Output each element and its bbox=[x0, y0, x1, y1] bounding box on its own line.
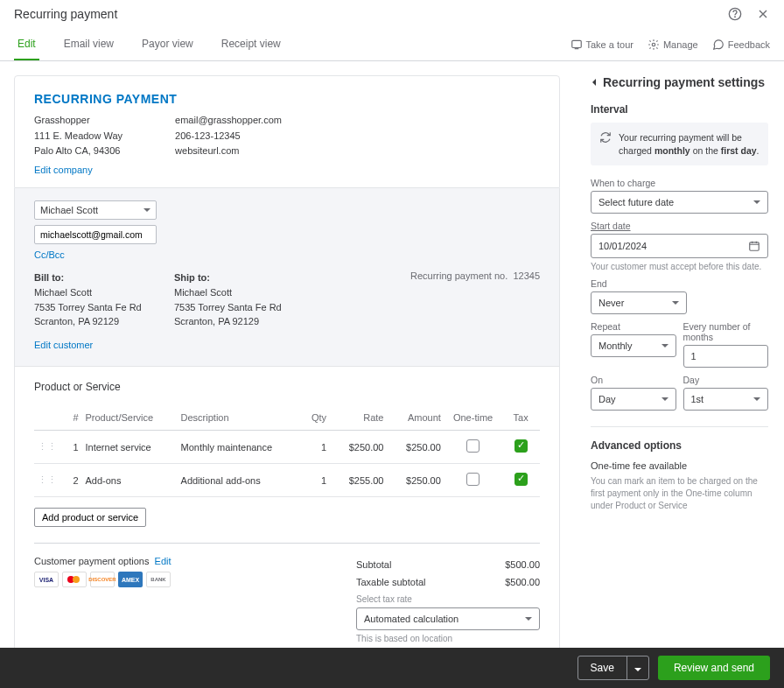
help-icon[interactable] bbox=[728, 7, 742, 21]
months-value: 1 bbox=[691, 351, 696, 362]
svg-rect-4 bbox=[750, 242, 760, 250]
months-input[interactable]: 1 bbox=[683, 345, 769, 368]
onetime-checkbox[interactable] bbox=[466, 439, 480, 453]
startdate-note: Your customer must accept before this da… bbox=[591, 262, 768, 271]
pay-options-edit[interactable]: Edit bbox=[155, 556, 172, 566]
fee-title: One-time fee available bbox=[591, 460, 768, 471]
settings-title: Recurring payment settings bbox=[603, 75, 765, 89]
startdate-label: Start date bbox=[591, 221, 768, 231]
row-qty: 1 bbox=[291, 431, 330, 464]
subtotal-value: $500.00 bbox=[505, 559, 540, 570]
customer-select-value: Michael Scott bbox=[40, 205, 98, 215]
items-table: # Product/Service Description Qty Rate A… bbox=[34, 405, 540, 497]
discover-icon: DISCOVER bbox=[90, 572, 115, 587]
billto-city: Scranton, PA 92129 bbox=[34, 314, 174, 329]
on-select[interactable]: Day bbox=[591, 388, 676, 411]
edit-company-link[interactable]: Edit company bbox=[34, 165, 540, 175]
chevron-down-icon bbox=[753, 397, 760, 401]
save-label: Save bbox=[578, 656, 627, 679]
row-qty: 1 bbox=[291, 464, 330, 497]
day-label: Day bbox=[683, 375, 769, 385]
save-dropdown[interactable] bbox=[627, 656, 648, 679]
chevron-down-icon bbox=[525, 617, 532, 621]
company-addr2: Palo Alto CA, 94306 bbox=[34, 144, 122, 159]
taxrate-label: Select tax rate bbox=[356, 594, 540, 604]
save-button[interactable]: Save bbox=[578, 656, 649, 680]
manage-label: Manage bbox=[663, 39, 698, 50]
take-tour-link[interactable]: Take a tour bbox=[570, 39, 634, 51]
col-rate: Rate bbox=[330, 405, 387, 431]
end-select[interactable]: Never bbox=[591, 291, 687, 314]
payment-no-label: Recurring payment no. bbox=[410, 270, 508, 281]
end-value: Never bbox=[598, 298, 624, 308]
when-select[interactable]: Select future date bbox=[591, 191, 768, 214]
day-value: 1st bbox=[691, 394, 704, 404]
tab-email-view[interactable]: Email view bbox=[60, 29, 117, 60]
when-value: Select future date bbox=[598, 197, 674, 207]
manage-link[interactable]: Manage bbox=[648, 39, 698, 51]
taxsub-label: Taxable subtotal bbox=[356, 577, 426, 587]
col-desc: Description bbox=[178, 405, 292, 431]
billto-street: 7535 Torrey Santa Fe Rd bbox=[34, 300, 174, 315]
add-product-button[interactable]: Add product or service bbox=[34, 508, 146, 527]
months-label: Every number of months bbox=[683, 321, 769, 342]
row-amount: $250.00 bbox=[387, 464, 444, 497]
tax-checkbox[interactable] bbox=[514, 439, 528, 453]
company-email: email@grasshopper.com bbox=[175, 113, 282, 129]
company-addr1: 111 E. Meadow Way bbox=[34, 129, 122, 144]
ccbcc-link[interactable]: Cc/Bcc bbox=[34, 249, 540, 260]
col-tax: Tax bbox=[501, 405, 540, 431]
chevron-down-icon bbox=[144, 208, 150, 212]
mastercard-icon bbox=[62, 572, 87, 587]
tab-edit[interactable]: Edit bbox=[14, 29, 39, 60]
table-row[interactable]: ⋮⋮2Add-onsAdditional add-ons1$255.00$250… bbox=[34, 464, 540, 497]
taxrate-select[interactable]: Automated calculation bbox=[356, 607, 540, 630]
drag-handle-icon[interactable]: ⋮⋮ bbox=[38, 441, 57, 452]
calendar-icon bbox=[748, 240, 760, 252]
chevron-down-icon bbox=[753, 200, 760, 204]
tab-payor-view[interactable]: Payor view bbox=[138, 29, 197, 60]
repeat-select[interactable]: Monthly bbox=[591, 334, 676, 357]
shipto-city: Scranton, PA 92129 bbox=[174, 314, 314, 329]
review-send-button[interactable]: Review and send bbox=[658, 656, 770, 680]
svg-point-1 bbox=[735, 17, 736, 18]
startdate-value: 10/01/2024 bbox=[598, 241, 647, 251]
chevron-down-icon bbox=[662, 344, 668, 348]
on-value: Day bbox=[598, 394, 616, 404]
svg-point-3 bbox=[652, 43, 655, 46]
chevron-down-icon bbox=[634, 668, 641, 671]
tax-checkbox[interactable] bbox=[514, 473, 528, 486]
table-row[interactable]: ⋮⋮1Internet serviceMonthly maintenance1$… bbox=[34, 431, 540, 464]
company-web: websiteurl.com bbox=[175, 144, 282, 159]
subtotal-label: Subtotal bbox=[356, 559, 391, 570]
recurring-payment-heading: RECURRING PAYMENT bbox=[34, 92, 540, 106]
row-desc: Monthly maintenance bbox=[178, 431, 292, 464]
taxsub-value: $500.00 bbox=[505, 577, 540, 587]
customer-email-input[interactable] bbox=[34, 225, 157, 244]
interval-label: Interval bbox=[591, 103, 768, 116]
row-rate: $255.00 bbox=[330, 464, 387, 497]
interval-info: Your recurring payment will be charged m… bbox=[619, 131, 760, 157]
pay-options-label: Customer payment options bbox=[34, 556, 149, 566]
billto-label: Bill to: bbox=[34, 270, 174, 285]
taxrate-value: Automated calculation bbox=[364, 614, 458, 624]
repeat-value: Monthly bbox=[598, 340, 633, 351]
bank-icon: BANK bbox=[146, 572, 171, 587]
row-desc: Additional add-ons bbox=[178, 464, 292, 497]
visa-icon: VISA bbox=[34, 572, 59, 587]
page-title: Recurring payment bbox=[14, 7, 117, 21]
onetime-checkbox[interactable] bbox=[466, 473, 480, 486]
chevron-left-icon[interactable] bbox=[592, 79, 596, 86]
close-icon[interactable] bbox=[756, 7, 770, 21]
drag-handle-icon[interactable]: ⋮⋮ bbox=[38, 474, 57, 485]
startdate-input[interactable]: 10/01/2024 bbox=[591, 234, 768, 258]
product-section-label: Product or Service bbox=[34, 381, 540, 393]
customer-select[interactable]: Michael Scott bbox=[34, 200, 157, 220]
tab-receipt-view[interactable]: Receipt view bbox=[218, 29, 284, 60]
refresh-icon bbox=[599, 131, 612, 157]
feedback-link[interactable]: Feedback bbox=[712, 39, 770, 51]
edit-customer-link[interactable]: Edit customer bbox=[34, 338, 174, 353]
when-label: When to charge bbox=[591, 178, 768, 188]
day-select[interactable]: 1st bbox=[683, 388, 769, 411]
advanced-title: Advanced options bbox=[591, 439, 768, 452]
